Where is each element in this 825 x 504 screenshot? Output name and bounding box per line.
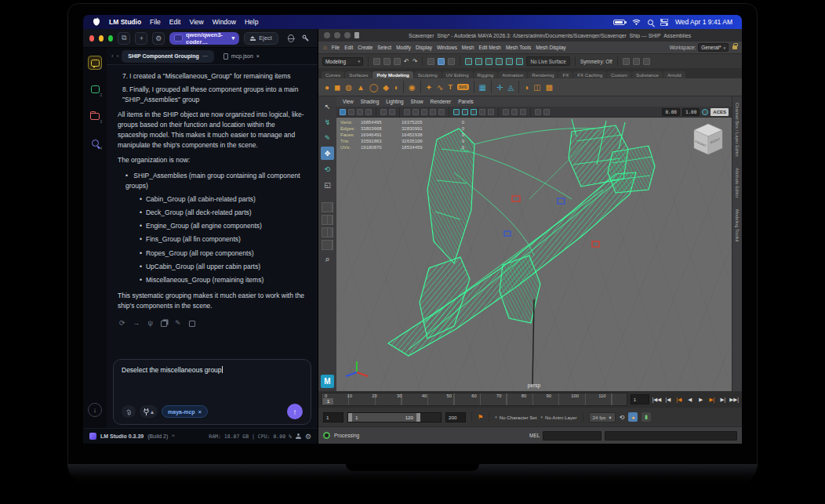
loop-mode-icon[interactable]: ⟲ [620, 414, 625, 421]
close-icon[interactable]: × [256, 53, 260, 59]
shelf-tab-surfaces[interactable]: Surfaces [345, 71, 372, 78]
chat-transcript[interactable]: 7.I created a "Miscellaneous_Group" for … [107, 65, 318, 354]
platonic-solid-icon[interactable]: ◉ [409, 83, 416, 92]
sidebar-item-developer[interactable]: _2 [88, 82, 102, 96]
snap-projected-center-icon[interactable] [496, 58, 503, 65]
poly-cube-icon[interactable]: ◼ [334, 83, 340, 92]
menu-set-selector[interactable]: Modeling ▾ [322, 57, 363, 66]
gate-mask-icon[interactable] [430, 109, 436, 115]
step-back-key-button[interactable]: |◀ [674, 397, 683, 403]
downloads-button[interactable]: ↓ [88, 403, 102, 417]
message-input-value[interactable]: Deselect the miscellaneous group [122, 366, 303, 374]
remesh-icon[interactable]: ▩ [546, 83, 553, 92]
symmetry-field[interactable]: Symmetry: Off [580, 59, 612, 64]
shelf-tab-animation[interactable]: Animation [498, 71, 527, 78]
layout-four-pane-button[interactable] [322, 215, 333, 225]
go-to-start-button[interactable]: |◀◀ [652, 397, 662, 403]
menu-edit[interactable]: Edit [344, 45, 353, 50]
current-time-field[interactable]: 1 [631, 394, 649, 404]
type-tool-icon[interactable]: T [448, 83, 452, 91]
play-forwards-button[interactable]: ▶ [696, 397, 705, 403]
hypershade-icon[interactable] [633, 58, 640, 65]
sidebar-toggle-icon[interactable]: ⧉ [118, 32, 130, 45]
construction-aid-icon[interactable]: ✛ [496, 83, 503, 92]
panel-menu-view[interactable]: View [343, 99, 354, 104]
tab-channel-box[interactable]: Channel Box / Layer Editor [735, 103, 740, 157]
model-selector[interactable]: qwen/qwen3-coder… ▾ [169, 32, 239, 45]
grid-toggle-icon[interactable] [404, 109, 410, 115]
user-icon[interactable] [296, 433, 301, 439]
branch-icon[interactable]: ψ [148, 318, 153, 329]
panel-menu-renderer[interactable]: Renderer [431, 99, 452, 104]
current-frame-marker[interactable]: 1 [323, 398, 333, 404]
wifi-icon[interactable] [632, 19, 641, 25]
rotate-tool[interactable]: ⟲ [321, 162, 334, 176]
menu-modify[interactable]: Modify [396, 45, 411, 50]
menubar-item-window[interactable]: Window [213, 18, 236, 26]
lock-camera-icon[interactable] [348, 109, 354, 115]
view-cube[interactable]: FRONT RIGHT [692, 122, 724, 160]
menu-mesh[interactable]: Mesh [462, 45, 474, 50]
lasso-select-tool[interactable]: ↯ [321, 115, 334, 129]
menu-edit-mesh[interactable]: Edit Mesh [479, 45, 501, 50]
xray-icon[interactable] [543, 109, 550, 115]
panel-menu-panels[interactable]: Panels [458, 99, 474, 104]
tab-menu-icon[interactable]: ⋯ [202, 53, 208, 60]
sidebar-item-discover[interactable]: 4 [88, 136, 102, 150]
scale-tool[interactable]: ◱ [321, 178, 334, 191]
exposure-field[interactable]: 0.00 [662, 108, 679, 116]
bookmarks-icon[interactable] [365, 109, 372, 115]
tab-ship-component-grouping[interactable]: SHIP Component Grouping ⋯ [122, 50, 213, 63]
play-backwards-button[interactable]: ◀ [685, 397, 694, 403]
gamma-field[interactable]: 1.00 [682, 108, 700, 116]
shelf-tab-rigging[interactable]: Rigging [474, 71, 498, 78]
menu-mesh-display[interactable]: Mesh Display [536, 45, 565, 50]
zoom-window-button[interactable] [108, 35, 113, 42]
delete-icon[interactable] [189, 321, 195, 327]
anti-alias-icon[interactable] [520, 109, 526, 115]
lock-icon[interactable] [732, 45, 737, 49]
message-input[interactable]: Deselect the miscellaneous group ▴ [113, 359, 311, 425]
menubar-app-name[interactable]: LM Studio [109, 18, 141, 26]
shelf-tab-arnold[interactable]: Arnold [663, 71, 685, 78]
toolbox-display-icon[interactable] [643, 58, 650, 65]
control-center-icon[interactable] [660, 19, 668, 26]
shelf-tab-custom[interactable]: Custom [607, 71, 631, 78]
minimize-window-button[interactable] [334, 32, 340, 38]
send-button[interactable]: ↑ [287, 404, 303, 419]
apple-logo-icon[interactable] [93, 17, 100, 27]
script-output-field[interactable] [605, 431, 737, 441]
panel-menu-lighting[interactable]: Lighting [386, 99, 403, 104]
step-back-frame-button[interactable]: |◀ [663, 397, 672, 403]
anim-layer-selector[interactable]: ▾ No Anim Layer [541, 415, 577, 420]
live-surface-field[interactable]: No Live Surface [526, 56, 569, 66]
poly-plane-icon[interactable]: ◆ [383, 83, 389, 92]
regenerate-icon[interactable]: ⟳ [119, 318, 125, 329]
globe-icon[interactable] [288, 34, 294, 42]
shelf-tab-rendering[interactable]: Rendering [528, 71, 558, 78]
field-chart-icon[interactable] [438, 109, 445, 115]
step-forward-frame-button[interactable]: ▶| [718, 397, 727, 403]
workspace-selector[interactable]: General* ▾ [698, 43, 729, 52]
attach-button[interactable] [122, 405, 136, 418]
camera-attributes-icon[interactable] [357, 109, 363, 115]
sidebar-item-my-models[interactable]: 3 [88, 109, 102, 123]
shelf-tab-sculpting[interactable]: Sculpting [414, 71, 442, 78]
fps-selector[interactable]: 24 fps ▾ [589, 412, 616, 422]
isolate-select-icon[interactable] [535, 109, 541, 115]
poly-sphere-icon[interactable]: ● [325, 83, 329, 92]
settings-gear-icon[interactable]: ⚙ [152, 32, 165, 45]
textured-mode-icon[interactable] [471, 109, 477, 115]
wireframe-mode-icon[interactable] [453, 109, 460, 115]
snap-point-icon[interactable] [485, 58, 492, 65]
save-scene-icon[interactable] [394, 58, 401, 65]
eject-model-button[interactable]: Eject [244, 32, 278, 45]
tab-modeling-toolkit[interactable]: Modeling Toolkit [735, 209, 740, 241]
motion-blur-icon[interactable] [511, 109, 518, 115]
render-settings-icon[interactable] [623, 58, 630, 65]
close-window-button[interactable] [89, 35, 94, 42]
use-all-lights-icon[interactable] [479, 109, 485, 115]
character-set-selector[interactable]: ▾ No Character Set [495, 415, 536, 420]
settings-gear-icon[interactable]: ⚙ [305, 433, 311, 441]
nav-back-icon[interactable]: ‹ [111, 53, 114, 60]
